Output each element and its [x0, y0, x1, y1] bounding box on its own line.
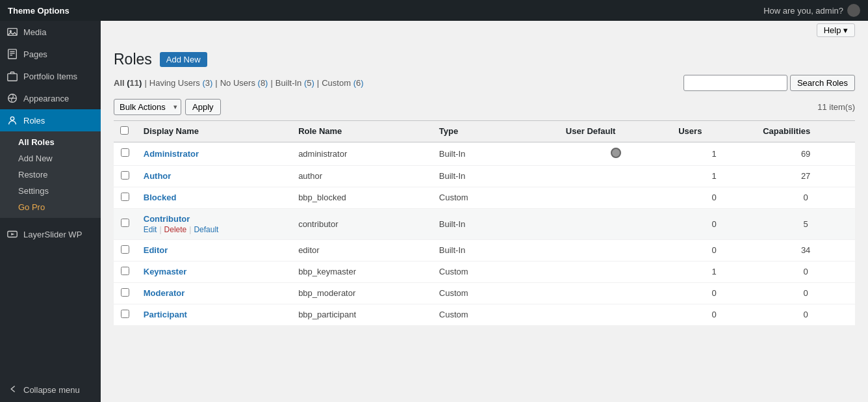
svg-rect-2 [8, 49, 17, 59]
collapse-icon [6, 383, 18, 397]
apply-button[interactable]: Apply [185, 99, 221, 115]
row-checkbox[interactable] [121, 148, 129, 157]
sidebar-item-layerslider[interactable]: LayerSlider WP [0, 223, 101, 245]
top-bar: Theme Options How are you, admin? [0, 0, 868, 21]
content-header: Roles Add New [101, 40, 868, 70]
role-display-name-link[interactable]: Author [144, 171, 285, 181]
sidebar: Media Pages Portfolio Items Appearance R [0, 21, 101, 402]
search-roles-button[interactable]: Search Roles [790, 75, 855, 91]
table-header-row: Display Name Role Name Type User Default… [114, 120, 855, 142]
role-type-cell: Custom [433, 187, 559, 208]
help-button[interactable]: Help ▾ [817, 23, 855, 37]
row-checkbox[interactable] [121, 288, 129, 297]
role-display-name-link[interactable]: Administrator [144, 149, 285, 159]
main-content: Help ▾ Roles Add New All (11) | Having U… [101, 21, 868, 402]
role-display-name-link[interactable]: Contributor [144, 214, 285, 224]
capabilities-count-cell: 27 [756, 165, 855, 187]
item-count: 11 item(s) [817, 102, 855, 112]
row-action-delete[interactable]: Delete [164, 225, 187, 234]
role-display-name-link[interactable]: Moderator [144, 288, 285, 298]
capabilities-count-cell: 0 [756, 187, 855, 208]
role-display-name-link[interactable]: Keymaster [144, 267, 285, 276]
filter-built-in[interactable]: Built-In (5) [275, 78, 314, 88]
role-name-cell: author [292, 165, 433, 187]
role-name-cell: administrator [292, 142, 433, 165]
roles-submenu: All Roles Add New Restore Settings Go Pr… [0, 131, 101, 218]
layerslider-icon [6, 228, 18, 240]
filter-having-users[interactable]: Having Users (3) [149, 78, 213, 88]
role-type-cell: Built-In [433, 165, 559, 187]
row-checkbox[interactable] [121, 219, 129, 227]
filter-sep-2: | [215, 78, 217, 88]
submenu-add-new[interactable]: Add New [0, 150, 101, 167]
role-type-cell: Custom [433, 261, 559, 282]
th-users: Users [672, 120, 756, 142]
capabilities-count-cell: 69 [756, 142, 855, 165]
media-icon [6, 26, 18, 38]
sidebar-item-pages-label: Pages [23, 49, 47, 59]
row-checkbox[interactable] [121, 193, 129, 201]
table-row: AdministratoradministratorBuilt-In169 [114, 142, 855, 165]
filter-no-users[interactable]: No Users (8) [220, 78, 268, 88]
submenu-all-roles[interactable]: All Roles [0, 134, 101, 150]
filter-sep-1: | [144, 78, 146, 88]
sidebar-item-portfolio[interactable]: Portfolio Items [0, 65, 101, 87]
role-type-cell: Built-In [433, 239, 559, 261]
sidebar-item-portfolio-label: Portfolio Items [23, 72, 77, 81]
users-count-cell: 1 [672, 261, 756, 282]
user-default-cell [559, 261, 672, 282]
search-roles-input[interactable] [683, 75, 787, 91]
row-checkbox[interactable] [121, 245, 129, 254]
portfolio-icon [6, 70, 18, 82]
sidebar-item-roles[interactable]: Roles [0, 109, 101, 131]
table-row: Blockedbbp_blockedCustom00 [114, 187, 855, 208]
pages-icon [6, 48, 18, 60]
capabilities-count-cell: 0 [756, 282, 855, 304]
select-all-checkbox[interactable] [120, 126, 129, 135]
table-row: Keymasterbbp_keymasterCustom10 [114, 261, 855, 282]
submenu-settings[interactable]: Settings [0, 183, 101, 199]
row-action-default[interactable]: Default [194, 225, 218, 234]
sidebar-item-roles-label: Roles [23, 116, 45, 126]
role-name-cell: bbp_blocked [292, 187, 433, 208]
filter-custom[interactable]: Custom (6) [322, 78, 363, 88]
role-name-cell: bbp_participant [292, 304, 433, 325]
filter-sep-3: | [270, 78, 272, 88]
bulk-actions-select[interactable]: Bulk Actions [114, 99, 181, 115]
row-action-edit[interactable]: Edit [144, 225, 157, 234]
submenu-go-pro[interactable]: Go Pro [0, 199, 101, 215]
layout: Media Pages Portfolio Items Appearance R [0, 21, 868, 402]
add-new-button[interactable]: Add New [160, 52, 207, 67]
filter-all[interactable]: All (11) [114, 78, 142, 88]
table-row: AuthorauthorBuilt-In127 [114, 165, 855, 187]
sidebar-item-appearance[interactable]: Appearance [0, 87, 101, 109]
sidebar-item-media[interactable]: Media [0, 21, 101, 43]
users-count-cell: 1 [672, 142, 756, 165]
sidebar-collapse-button[interactable]: Collapse menu [0, 378, 101, 402]
collapse-label: Collapse menu [23, 385, 80, 395]
help-bar: Help ▾ [101, 21, 868, 40]
default-icon [611, 148, 621, 158]
svg-rect-6 [8, 74, 17, 81]
role-type-cell: Custom [433, 282, 559, 304]
role-display-name-link[interactable]: Participant [144, 310, 285, 319]
role-display-name-link[interactable]: Blocked [144, 193, 285, 202]
role-name-cell: bbp_moderator [292, 282, 433, 304]
filter-sep-4: | [317, 78, 319, 88]
table-wrap: Display Name Role Name Type User Default… [101, 120, 868, 339]
role-display-name-link[interactable]: Editor [144, 245, 285, 255]
sidebar-item-pages[interactable]: Pages [0, 43, 101, 65]
row-checkbox[interactable] [121, 171, 129, 180]
user-default-cell [559, 208, 672, 239]
row-checkbox[interactable] [121, 267, 129, 275]
user-default-cell [559, 282, 672, 304]
role-name-cell: contributor [292, 208, 433, 239]
svg-marker-11 [11, 233, 14, 235]
role-type-cell: Custom [433, 304, 559, 325]
users-count-cell: 0 [672, 304, 756, 325]
table-row: Participantbbp_participantCustom00 [114, 304, 855, 325]
capabilities-count-cell: 0 [756, 261, 855, 282]
row-checkbox[interactable] [121, 310, 129, 318]
role-name-cell: editor [292, 239, 433, 261]
submenu-restore[interactable]: Restore [0, 167, 101, 183]
